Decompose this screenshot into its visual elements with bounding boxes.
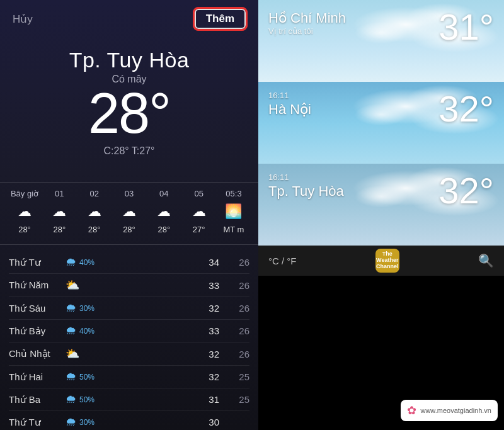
card-sublabel: Vị trí của tôi [268, 26, 346, 36]
cancel-button[interactable]: Hủy [13, 13, 33, 26]
daily-row: Thứ Tư🌧30%30 [9, 411, 249, 430]
daily-percent: 50% [79, 373, 94, 382]
daily-temps: 3426 [202, 257, 249, 268]
daily-temps: 3326 [202, 325, 249, 336]
daily-low: 26 [232, 303, 249, 314]
daily-low: 26 [232, 349, 249, 359]
daily-low: 25 [232, 394, 249, 405]
card-city: Tp. Tuy Hòa [268, 183, 344, 200]
hourly-label-6: 05:3 [218, 189, 249, 198]
city-temp-big: 28° [0, 85, 258, 142]
daily-icon-area: 🌧30% [66, 416, 129, 429]
daily-temps: 30 [202, 417, 249, 427]
daily-percent: 50% [79, 395, 94, 404]
hourly-icon-5: ☁ [183, 203, 215, 220]
location-card-ha-noi[interactable]: 16:11Hà Nội32° [258, 82, 504, 164]
hourly-label-4: 04 [148, 189, 180, 198]
hourly-temp-5: 27° [183, 225, 215, 234]
daily-low: 26 [232, 257, 249, 268]
right-panel: Hồ Chí MinhVị trí của tôi31°16:11Hà Nội3… [258, 0, 504, 430]
hourly-label-0: Bây giờ [9, 189, 40, 198]
card-info: 16:11Tp. Tuy Hòa [268, 173, 344, 200]
daily-day: Thứ Tư [9, 257, 66, 268]
daily-high: 32 [202, 349, 219, 359]
hourly-label-3: 03 [113, 189, 145, 198]
daily-percent: 30% [79, 418, 94, 427]
hourly-icons: ☁☁☁☁☁☁🌅 [0, 198, 258, 225]
daily-day: Thứ Bảy [9, 325, 66, 337]
daily-percent: 40% [79, 258, 94, 267]
daily-percent: 40% [79, 327, 94, 336]
watermark: ✿ www.meovatgiadinh.vn [401, 400, 498, 421]
daily-section: Thứ Tư🌧40%3426Thứ Năm⛅3326Thứ Sáu🌧30%322… [0, 251, 258, 430]
hourly-labels: Bây giờ010203040505:3 [0, 189, 258, 198]
daily-high: 34 [202, 257, 219, 268]
hourly-temp-3: 28° [113, 225, 145, 234]
location-cards-container: Hồ Chí MinhVị trí của tôi31°16:11Hà Nội3… [258, 0, 504, 246]
daily-percent: 30% [79, 304, 94, 313]
card-content: Hồ Chí MinhVị trí của tôi31° [258, 0, 504, 82]
daily-day: Thứ Ba [9, 394, 66, 405]
daily-icon-area: 🌧30% [66, 302, 129, 315]
hourly-icon-3: ☁ [113, 203, 145, 220]
hourly-temp-0: 28° [9, 225, 40, 234]
card-info: 16:11Hà Nội [268, 91, 311, 118]
hourly-section: Bây giờ010203040505:3 ☁☁☁☁☁☁🌅 28°28°28°2… [0, 182, 258, 245]
search-icon[interactable]: 🔍 [478, 253, 494, 268]
card-temp: 32° [438, 91, 494, 127]
city-temp-range: C:28° T:27° [0, 145, 258, 157]
hourly-label-5: 05 [183, 189, 215, 198]
daily-weather-icon: 🌧 [66, 302, 77, 315]
temp-unit-toggle[interactable]: °C / °F [268, 256, 297, 266]
daily-high: 33 [202, 280, 219, 291]
card-content: 16:11Hà Nội32° [258, 82, 504, 164]
daily-icon-area: 🌧40% [66, 324, 129, 337]
daily-weather-icon: 🌧 [66, 324, 77, 337]
daily-high: 31 [202, 394, 219, 405]
daily-weather-icon: ⛅ [66, 278, 79, 292]
card-time: 16:11 [268, 173, 344, 182]
hourly-temp-6: MT m [218, 225, 249, 234]
bottom-bar: °C / °F TheWeatherChannel 🔍 [258, 246, 504, 276]
daily-icon-area: 🌧40% [66, 256, 129, 269]
hourly-temp-1: 28° [43, 225, 75, 234]
daily-weather-icon: ⛅ [66, 347, 79, 361]
daily-icon-area: 🌧50% [66, 393, 129, 406]
hourly-icon-6: 🌅 [218, 203, 249, 220]
daily-row: Thứ Năm⛅3326 [9, 274, 249, 297]
daily-weather-icon: 🌧 [66, 256, 77, 269]
card-city: Hồ Chí Minh [268, 10, 346, 26]
card-temp: 32° [438, 173, 494, 209]
daily-day: Thứ Năm [9, 280, 66, 291]
daily-row: Thứ Hai🌧50%3225 [9, 366, 249, 388]
daily-low [232, 417, 249, 427]
card-content: 16:11Tp. Tuy Hòa32° [258, 164, 504, 246]
daily-temps: 3225 [202, 371, 249, 382]
daily-weather-icon: 🌧 [66, 416, 77, 429]
daily-low: 26 [232, 280, 249, 291]
daily-row: Thứ Sáu🌧30%3226 [9, 297, 249, 320]
add-button[interactable]: Thêm [195, 9, 246, 29]
daily-weather-icon: 🌧 [66, 393, 77, 406]
daily-high: 32 [202, 371, 219, 382]
daily-temps: 3226 [202, 303, 249, 314]
hourly-label-1: 01 [43, 189, 75, 198]
weather-channel-logo: TheWeatherChannel [375, 249, 399, 273]
daily-row: Thứ Tư🌧40%3426 [9, 251, 249, 274]
daily-low: 26 [232, 325, 249, 336]
card-time: 16:11 [268, 91, 311, 100]
left-header: Hủy Thêm [0, 0, 258, 35]
daily-icon-area: 🌧50% [66, 370, 129, 383]
daily-row: Thứ Ba🌧50%3125 [9, 388, 249, 411]
card-city: Hà Nội [268, 101, 311, 118]
location-card-ho-chi-minh[interactable]: Hồ Chí MinhVị trí của tôi31° [258, 0, 504, 82]
left-panel: Hủy Thêm Tp. Tuy Hòa Có mây 28° C:28° T:… [0, 0, 258, 430]
hourly-temps: 28°28°28°28°28°27°MT m [0, 225, 258, 238]
hourly-icon-0: ☁ [9, 203, 40, 220]
daily-row: Thứ Bảy🌧40%3326 [9, 320, 249, 342]
hourly-icon-2: ☁ [79, 203, 110, 220]
daily-day: Thứ Hai [9, 371, 66, 383]
location-card-tp-tuy-hoa[interactable]: 16:11Tp. Tuy Hòa32° [258, 164, 504, 246]
daily-icon-area: ⛅ [66, 347, 129, 361]
daily-high: 32 [202, 303, 219, 314]
